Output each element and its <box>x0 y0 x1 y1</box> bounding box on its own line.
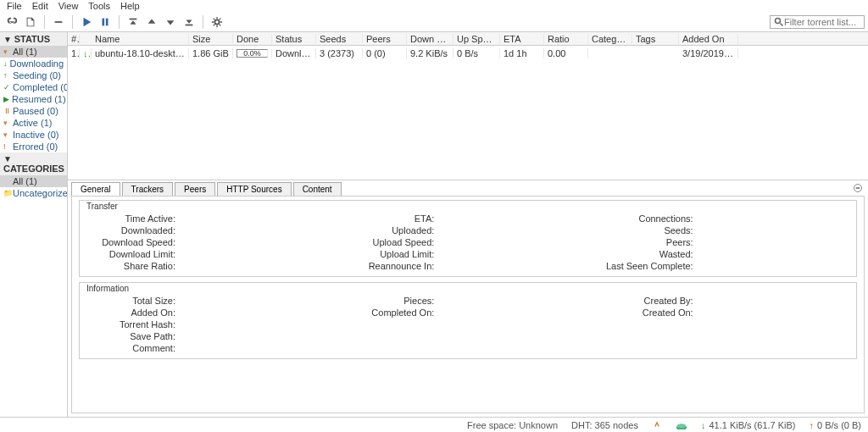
sidebar-status-item[interactable]: ⏸Paused (0) <box>0 105 67 117</box>
status-dht[interactable]: DHT: 365 nodes <box>571 420 638 430</box>
col-tags[interactable]: Tags <box>632 34 679 44</box>
detail-field <box>345 319 590 330</box>
move-bottom-button[interactable] <box>181 14 198 30</box>
sidebar-status-item[interactable]: ↑Seeding (0) <box>0 69 67 81</box>
separator <box>203 15 203 29</box>
transfer-section-label: Transfer <box>83 201 121 212</box>
detail-field: Upload Speed: <box>345 237 590 247</box>
col-done[interactable]: Done <box>233 34 272 44</box>
detail-field: Completed On: <box>345 307 590 318</box>
svg-point-6 <box>776 18 781 23</box>
statusbar: Free space: Unknown DHT: 365 nodes ↓ 41.… <box>0 417 868 432</box>
detail-field: Created On: <box>604 307 849 318</box>
sidebar-status-item[interactable]: ✓Completed (0) <box>0 81 67 93</box>
col-category[interactable]: Category <box>588 34 632 44</box>
separator <box>44 15 45 29</box>
pause-button[interactable] <box>97 14 114 30</box>
settings-button[interactable] <box>209 14 225 30</box>
detail-field: Upload Limit: <box>345 249 590 259</box>
detail-field: Seeds: <box>604 225 849 235</box>
tab-content[interactable]: Content <box>293 182 342 196</box>
add-torrent-link-button[interactable] <box>3 14 20 30</box>
sidebar-status-item[interactable]: ▶Resumed (1) <box>0 93 67 105</box>
sidebar-status-item[interactable]: ↓Downloading (1) <box>0 58 67 69</box>
svg-rect-2 <box>106 18 108 25</box>
detail-field: Created By: <box>604 296 849 306</box>
svg-line-7 <box>781 23 783 25</box>
filter-input[interactable] <box>784 17 860 27</box>
col-name[interactable]: Name <box>92 34 189 44</box>
tab-http-sources[interactable]: HTTP Sources <box>217 182 291 196</box>
detail-field: Pieces: <box>345 296 590 306</box>
torrent-row[interactable]: 1↓ubuntu-18.10-desktop-amd64.iso1.86 GiB… <box>68 46 868 61</box>
detail-field: Downloaded: <box>86 225 331 235</box>
tab-general[interactable]: General <box>71 182 120 197</box>
resume-button[interactable] <box>78 14 95 30</box>
menu-help[interactable]: Help <box>120 1 140 11</box>
sidebar-category-item[interactable]: 📁Uncategorized (1) <box>0 187 67 199</box>
move-down-button[interactable] <box>162 14 179 30</box>
sidebar-status-item[interactable]: ▾All (1) <box>0 46 67 58</box>
detail-field: Torrent Hash: <box>86 319 331 330</box>
information-section-label: Information <box>83 283 132 294</box>
search-icon <box>774 17 784 27</box>
status-upload-speed[interactable]: ↑ 0 B/s (0 B) <box>810 420 861 430</box>
detail-field <box>604 331 849 341</box>
col-status[interactable]: Status <box>272 34 316 44</box>
status-connection-icon[interactable] <box>652 420 662 430</box>
sidebar-category-item[interactable]: All (1) <box>0 175 67 187</box>
menubar: FileEditViewToolsHelp <box>0 0 868 12</box>
col-seeds[interactable]: Seeds <box>316 34 363 44</box>
col-peers[interactable]: Peers <box>363 34 407 44</box>
sidebar-status-item[interactable]: ▾Inactive (0) <box>0 129 67 141</box>
col-added[interactable]: Added On <box>679 34 738 44</box>
move-top-button[interactable] <box>125 14 142 30</box>
menu-tools[interactable]: Tools <box>88 1 110 11</box>
status-download-speed[interactable]: ↓ 41.1 KiB/s (61.7 KiB) <box>701 420 796 430</box>
col-size[interactable]: Size <box>189 34 233 44</box>
sidebar-categories-header: ▼ CATEGORIES <box>0 152 67 175</box>
detail-field: Added On: <box>86 307 331 318</box>
detail-field: Download Speed: <box>86 237 331 247</box>
filter-searchbox[interactable] <box>770 15 865 29</box>
detail-field: Time Active: <box>86 213 331 224</box>
torrents-list[interactable]: 1↓ubuntu-18.10-desktop-amd64.iso1.86 GiB… <box>68 46 868 180</box>
menu-edit[interactable]: Edit <box>32 1 48 11</box>
detail-field: Connections: <box>604 213 849 224</box>
menu-view[interactable]: View <box>58 1 79 11</box>
detail-field: Peers: <box>604 237 849 247</box>
collapse-details-icon[interactable] <box>853 183 865 195</box>
move-up-button[interactable] <box>143 14 160 30</box>
detail-field: Last Seen Complete: <box>604 261 849 271</box>
detail-field: Total Size: <box>86 296 331 306</box>
sidebar-status-item[interactable]: !Errored (0) <box>0 141 67 152</box>
detail-field <box>604 319 849 330</box>
svg-point-11 <box>677 424 687 428</box>
add-torrent-file-button[interactable] <box>22 14 39 30</box>
svg-rect-4 <box>186 24 193 25</box>
sidebar: ▼ STATUS ▾All (1)↓Downloading (1)↑Seedin… <box>0 32 68 417</box>
separator <box>119 15 120 29</box>
col-index[interactable]: # <box>68 34 80 44</box>
status-alt-speed-icon[interactable] <box>676 421 687 429</box>
delete-button[interactable] <box>50 14 67 30</box>
menu-file[interactable]: File <box>7 1 22 11</box>
details-panel: Transfer Time Active:ETA:Connections:Dow… <box>71 196 865 413</box>
svg-point-5 <box>214 19 219 24</box>
svg-rect-3 <box>130 18 137 19</box>
detail-field: Save Path: <box>86 331 331 341</box>
col-ratio[interactable]: Ratio <box>544 34 588 44</box>
sidebar-status-item[interactable]: ▾Active (1) <box>0 117 67 129</box>
detail-field: Uploaded: <box>345 225 590 235</box>
col-down[interactable]: Down Speed <box>407 34 453 44</box>
svg-rect-0 <box>55 21 63 23</box>
details-tabs: GeneralTrackersPeersHTTP SourcesContent <box>68 180 868 196</box>
col-up[interactable]: Up Speed <box>453 34 500 44</box>
detail-field: Share Ratio: <box>86 261 331 271</box>
tab-trackers[interactable]: Trackers <box>122 182 174 196</box>
downloading-icon: ↓ <box>80 48 92 58</box>
tab-peers[interactable]: Peers <box>175 182 215 196</box>
col-eta[interactable]: ETA <box>500 34 544 44</box>
status-freespace: Free space: Unknown <box>467 420 558 430</box>
detail-field: Wasted: <box>604 249 849 259</box>
